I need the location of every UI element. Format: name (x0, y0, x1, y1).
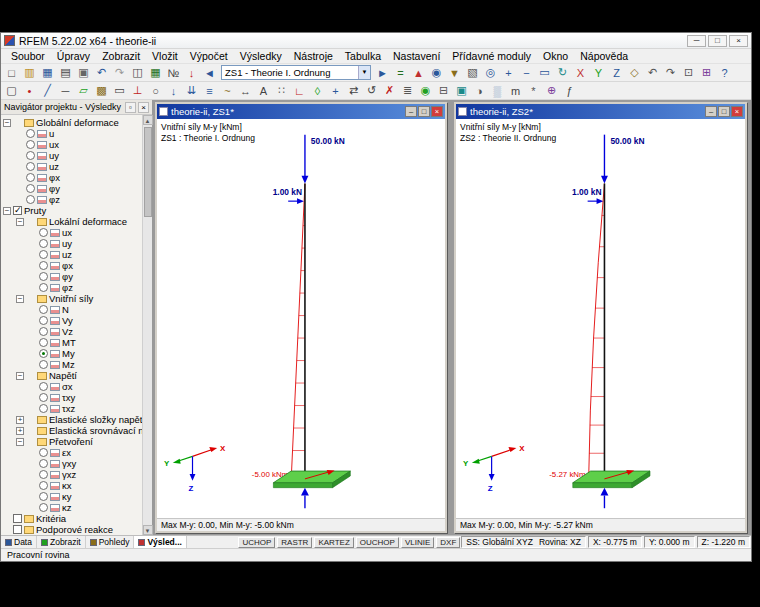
full-screen-icon[interactable]: ⊡ (680, 65, 697, 81)
tree-control-icon[interactable] (39, 316, 48, 325)
tree-item[interactable]: ux (16, 139, 142, 150)
units-icon[interactable]: m (507, 83, 524, 99)
maximize-button[interactable]: □ (708, 35, 727, 47)
model-canvas-zs2[interactable]: Vnitřní síly M-y [kNm] ZS2 : Theorie II.… (456, 119, 745, 518)
tree-item[interactable]: N (29, 304, 142, 315)
tree-control-icon[interactable] (39, 250, 48, 259)
previous-view-icon[interactable]: ↶ (644, 65, 661, 81)
tree-item[interactable]: Vnitřní síly (16, 293, 142, 304)
move-icon[interactable]: + (327, 83, 344, 99)
tree-item[interactable]: uy (16, 150, 142, 161)
tree-item[interactable]: κx (29, 480, 142, 491)
snap-toggle-button[interactable]: OUCHOP (356, 537, 399, 548)
view-x-icon[interactable]: X (572, 65, 589, 81)
child-title-bar[interactable]: theorie-ii, ZS2* – □ × (456, 104, 745, 119)
title-bar[interactable]: RFEM 5.22.02 x64 - theorie-ii ─ □ × (1, 33, 751, 49)
member-icon[interactable]: ─ (57, 83, 74, 99)
node-icon[interactable]: • (21, 83, 38, 99)
tree-expander-icon[interactable] (16, 438, 24, 446)
zoom-window-icon[interactable]: ▭ (536, 65, 553, 81)
work-plane-icon[interactable]: ◊ (309, 83, 326, 99)
tree-item[interactable]: τxy (29, 392, 142, 403)
clipping-icon[interactable]: ⊟ (435, 83, 452, 99)
snap-toggle-button[interactable]: RASTR (277, 537, 312, 548)
menu-item[interactable]: Nástroje (288, 50, 339, 62)
menu-item[interactable]: Úpravy (51, 50, 96, 62)
tree-control-icon[interactable] (13, 514, 22, 523)
imperfection-icon[interactable]: ~ (219, 83, 236, 99)
tree-item[interactable]: Podporové reakce (3, 524, 142, 535)
shading-icon[interactable]: ◑ (471, 83, 488, 99)
save-icon[interactable]: ▦ (39, 65, 56, 81)
background-icon[interactable]: ▒ (489, 83, 506, 99)
snap-toggle-button[interactable]: KARTEZ (314, 537, 353, 548)
print-icon[interactable]: ▤ (57, 65, 74, 81)
layers-icon[interactable]: ≣ (399, 83, 416, 99)
filter-icon[interactable]: ▼ (446, 65, 463, 81)
tree-control-icon[interactable] (39, 327, 48, 336)
tree-item[interactable]: ux (29, 227, 142, 238)
new-window-icon[interactable]: ◫ (129, 65, 146, 81)
numbering-icon[interactable]: № (165, 65, 182, 81)
tree-item[interactable]: u (16, 128, 142, 139)
loads-icon[interactable]: ↓ (183, 65, 200, 81)
viewport-window-zs2[interactable]: theorie-ii, ZS2* – □ × Vnitřní síly M-y … (454, 102, 747, 533)
close-icon[interactable]: × (138, 102, 149, 113)
navigator-tab[interactable]: Pohledy (86, 536, 135, 548)
snap-toggle-button[interactable]: DXF (436, 537, 460, 548)
rotate-view-icon[interactable]: ↻ (554, 65, 571, 81)
isometric-view-icon[interactable]: ◇ (626, 65, 643, 81)
tree-item[interactable]: Globální deformace (3, 117, 142, 128)
area-load-icon[interactable]: ≡ (201, 83, 218, 99)
tree-expander-icon[interactable] (16, 372, 24, 380)
tree-expander-icon[interactable] (3, 119, 11, 127)
tree-control-icon[interactable] (39, 349, 48, 358)
find-icon[interactable]: ◎ (482, 65, 499, 81)
tree-control-icon[interactable] (26, 184, 35, 193)
scrollbar-thumb[interactable] (144, 127, 152, 217)
tree-expander-icon[interactable] (3, 207, 11, 215)
tree-item[interactable]: Přetvoření (16, 436, 142, 447)
tree-control-icon[interactable] (26, 173, 35, 182)
tree-item[interactable]: τxz (29, 403, 142, 414)
rotate-icon[interactable]: ↺ (363, 83, 380, 99)
tree-expander-icon[interactable] (16, 427, 24, 435)
show-results-icon[interactable]: ▲ (410, 65, 427, 81)
zoom-out-icon[interactable]: − (518, 65, 535, 81)
tree-control-icon[interactable] (39, 360, 48, 369)
navigator-tab[interactable]: Data (1, 536, 37, 548)
tree-control-icon[interactable] (26, 151, 35, 160)
child-close-button[interactable]: × (431, 106, 443, 117)
tree-control-icon[interactable] (26, 140, 35, 149)
show-values-icon[interactable]: ◉ (428, 65, 445, 81)
help-icon[interactable]: ? (716, 65, 733, 81)
tree-control-icon[interactable] (39, 448, 48, 457)
tree-item[interactable]: γxy (29, 458, 142, 469)
delete-icon[interactable]: ✗ (381, 83, 398, 99)
scroll-up-icon[interactable]: ▲ (143, 115, 153, 125)
nodal-load-icon[interactable]: ↓ (165, 83, 182, 99)
tree-item[interactable]: Lokální deformace (16, 216, 142, 227)
tree-control-icon[interactable] (39, 305, 48, 314)
menu-item[interactable]: Výpočet (184, 50, 234, 62)
child-maximize-button[interactable]: □ (718, 106, 730, 117)
tree-item[interactable]: uy (29, 238, 142, 249)
menu-item[interactable]: Zobrazit (96, 50, 146, 62)
tree-item[interactable]: φz (16, 194, 142, 205)
tree-control-icon[interactable] (39, 228, 48, 237)
tables-icon[interactable]: ▦ (147, 65, 164, 81)
tree-control-icon[interactable] (39, 283, 48, 292)
modules-icon[interactable]: ⊞ (698, 65, 715, 81)
menu-item[interactable]: Nastavení (387, 50, 446, 62)
formula-icon[interactable]: ƒ (561, 83, 578, 99)
solid-icon[interactable]: ▩ (93, 83, 110, 99)
zoom-in-icon[interactable]: + (500, 65, 517, 81)
panel-icon[interactable]: ▧ (464, 65, 481, 81)
tree-expander-icon[interactable] (16, 218, 24, 226)
tree-control-icon[interactable] (13, 525, 22, 534)
tree-item[interactable]: Kritéria (3, 513, 142, 524)
previous-case-icon[interactable]: ◄ (201, 65, 218, 81)
tree-control-icon[interactable] (39, 481, 48, 490)
render-icon[interactable]: ▣ (453, 83, 470, 99)
redo-icon[interactable]: ↷ (111, 65, 128, 81)
